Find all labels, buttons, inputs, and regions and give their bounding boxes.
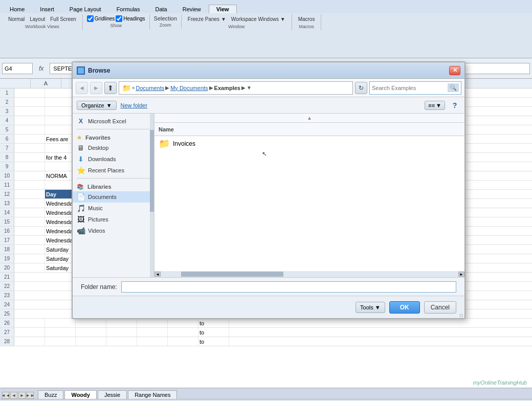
cell[interactable] <box>45 116 76 125</box>
cell[interactable] <box>106 337 137 346</box>
cell[interactable] <box>45 88 76 97</box>
view-button[interactable]: ≡≡ ▼ <box>425 101 445 110</box>
cell[interactable] <box>14 254 45 263</box>
cell[interactable] <box>45 181 76 189</box>
sidebar-item-music[interactable]: 🎵 Music <box>73 203 154 214</box>
cell[interactable] <box>45 319 76 327</box>
tab-review[interactable]: Review <box>175 5 209 13</box>
cell[interactable] <box>45 328 76 337</box>
cell[interactable] <box>14 263 45 272</box>
breadcrumb-documents[interactable]: Documents <box>136 85 165 91</box>
search-input[interactable] <box>372 85 448 91</box>
cell[interactable] <box>14 162 45 171</box>
cell[interactable]: for the 4 <box>45 153 76 162</box>
refresh-button[interactable]: ↻ <box>355 82 367 94</box>
cell[interactable]: Saturday <box>45 263 76 272</box>
cell[interactable] <box>137 328 168 337</box>
tab-home[interactable]: Home <box>2 5 32 13</box>
scroll-right-button[interactable]: ► <box>458 272 464 277</box>
scroll-left-button[interactable]: ◄ <box>154 272 161 277</box>
headings-checkbox[interactable] <box>116 15 122 22</box>
cell[interactable] <box>45 98 76 106</box>
ok-button[interactable]: OK <box>389 301 420 314</box>
resize-handle[interactable]: ⊡ <box>459 313 464 318</box>
layout-btn[interactable]: Layout <box>28 15 47 23</box>
sidebar-item-recent-places[interactable]: ⭐ Recent Places <box>73 165 154 176</box>
cell[interactable] <box>168 328 198 337</box>
cell-reference-box[interactable]: G4 <box>2 63 33 74</box>
cell[interactable] <box>168 337 198 346</box>
tab-page-layout[interactable]: Page Layout <box>62 5 109 13</box>
organize-button[interactable]: Organize ▼ <box>77 101 117 110</box>
cell[interactable] <box>76 319 106 327</box>
tab-view[interactable]: View <box>209 5 237 13</box>
sidebar-item-documents[interactable]: 📄 Documents <box>73 191 154 203</box>
cell[interactable] <box>106 328 137 337</box>
cell[interactable] <box>106 319 137 327</box>
cell[interactable] <box>14 135 45 143</box>
cell[interactable] <box>14 319 45 327</box>
new-folder-button[interactable]: New folder <box>121 102 148 108</box>
sidebar-item-pictures[interactable]: 🖼 Pictures <box>73 214 154 225</box>
cell[interactable]: to <box>198 319 229 327</box>
cell[interactable] <box>14 171 45 180</box>
forward-button[interactable]: ► <box>90 82 102 94</box>
cell[interactable]: Fees are <box>45 135 76 143</box>
sidebar-item-desktop[interactable]: 🖥 Desktop <box>73 142 154 153</box>
nav-last-sheet[interactable]: ►► <box>27 392 34 399</box>
breadcrumb-my-documents[interactable]: My Documents <box>170 85 208 91</box>
folder-name-input[interactable] <box>121 281 456 293</box>
help-button[interactable]: ? <box>449 100 460 111</box>
cell-day[interactable]: Day <box>45 190 76 198</box>
cell[interactable] <box>14 236 45 244</box>
nav-next-sheet[interactable]: ► <box>18 392 26 399</box>
cell[interactable] <box>14 190 45 198</box>
file-list-header[interactable]: Name <box>154 123 464 136</box>
sheet-tab-range-names[interactable]: Range Names <box>128 390 177 399</box>
cell[interactable]: to <box>198 328 229 337</box>
gridlines-checkbox[interactable] <box>87 15 94 22</box>
sheet-tab-woody[interactable]: Woody <box>64 390 96 399</box>
sidebar-scrollbar[interactable] <box>150 114 154 277</box>
cell[interactable] <box>168 319 198 327</box>
cell[interactable] <box>14 98 45 106</box>
scroll-thumb[interactable] <box>181 272 283 277</box>
sidebar-item-downloads[interactable]: ⬇ Downloads <box>73 153 154 165</box>
cell[interactable] <box>45 125 76 134</box>
search-submit-button[interactable]: 🔍 <box>448 83 459 92</box>
horizontal-scrollbar[interactable]: ◄ ► <box>154 271 464 277</box>
cell[interactable] <box>45 337 76 346</box>
cell[interactable] <box>14 88 45 97</box>
cell[interactable] <box>14 337 45 346</box>
cell[interactable] <box>14 227 45 235</box>
cell[interactable]: NORMA <box>45 171 76 180</box>
sidebar-item-microsoft-excel[interactable]: X Microsoft Excel <box>73 116 154 127</box>
macros-btn[interactable]: Macros <box>296 15 317 23</box>
up-button[interactable]: ⬆ <box>104 82 117 94</box>
cell[interactable]: Saturday <box>45 245 76 254</box>
cell[interactable] <box>14 116 45 125</box>
sheet-tab-jessie[interactable]: Jessie <box>98 390 127 399</box>
freeze-panes-btn[interactable]: Freeze Panes ▼ <box>186 15 228 23</box>
sheet-tab-buzz[interactable]: Buzz <box>38 390 63 399</box>
cell[interactable] <box>76 337 106 346</box>
cell[interactable] <box>45 107 76 116</box>
back-button[interactable]: ◄ <box>76 82 88 94</box>
cell[interactable] <box>14 328 45 337</box>
cancel-button[interactable]: Cancel <box>424 301 456 314</box>
cell[interactable] <box>137 319 168 327</box>
cell[interactable] <box>14 199 45 208</box>
cell[interactable] <box>14 107 45 116</box>
cell[interactable] <box>45 144 76 152</box>
cell[interactable] <box>14 181 45 189</box>
cell[interactable] <box>14 208 45 217</box>
tab-formulas[interactable]: Formulas <box>109 5 148 13</box>
cell[interactable] <box>137 337 168 346</box>
cell[interactable] <box>14 144 45 152</box>
tab-data[interactable]: Data <box>147 5 174 13</box>
nav-first-sheet[interactable]: ◄◄ <box>2 392 9 399</box>
dialog-close-button[interactable]: ✕ <box>449 66 460 75</box>
cell[interactable]: to <box>198 337 229 346</box>
fullscreen-btn[interactable]: Full Screen <box>48 15 78 23</box>
normal-btn[interactable]: Normal <box>6 15 27 23</box>
